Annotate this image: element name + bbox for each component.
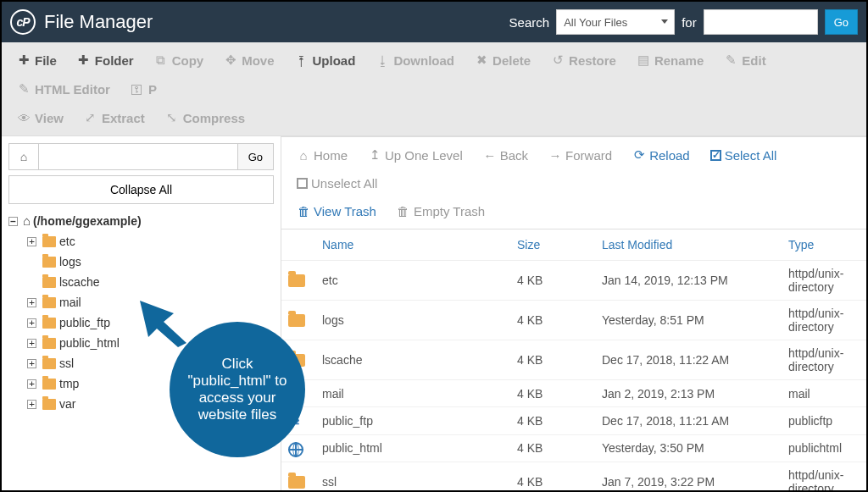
for-label: for	[682, 15, 697, 30]
home-icon: ⌂	[297, 148, 310, 163]
tree-item-label: tmp	[59, 374, 79, 393]
back-button[interactable]: ←Back	[475, 142, 537, 168]
search-scope-select[interactable]: All Your Files	[556, 9, 675, 35]
key-icon: ⚿	[131, 82, 144, 97]
expand-icon[interactable]: +	[27, 339, 36, 348]
tree-item-etc[interactable]: + etc	[27, 231, 274, 252]
table-row[interactable]: etc 4 KB Jan 14, 2019, 12:13 PM httpd/un…	[281, 261, 866, 301]
up-one-level-button[interactable]: ↥Up One Level	[359, 142, 471, 168]
unselect-all-button[interactable]: Unselect All	[288, 171, 386, 196]
column-name[interactable]: Name	[315, 229, 510, 261]
collapse-icon[interactable]: −	[8, 217, 18, 226]
app-title: File Manager	[44, 11, 153, 33]
tree-item-mail[interactable]: + mail	[27, 292, 274, 312]
view-trash-button[interactable]: 🗑View Trash	[288, 199, 385, 224]
column-type[interactable]: Type	[782, 229, 866, 261]
copy-button[interactable]: ⧉Copy	[147, 47, 211, 73]
rename-button[interactable]: ▤Rename	[630, 47, 710, 73]
folder-icon	[288, 476, 305, 489]
tree-item-label: var	[59, 395, 75, 413]
folder-icon	[42, 338, 56, 349]
expand-icon[interactable]: +	[27, 400, 36, 409]
tree-item-ssl[interactable]: + ssl	[27, 353, 274, 373]
expand-icon[interactable]: +	[27, 298, 36, 307]
expand-icon[interactable]: +	[27, 237, 36, 246]
cell-name: etc	[315, 261, 510, 301]
extract-button[interactable]: ⤢Extract	[77, 105, 152, 130]
compress-button[interactable]: ⤡Compress	[159, 105, 252, 130]
panel-home-button[interactable]: ⌂Home	[288, 142, 356, 168]
column-icon[interactable]	[281, 229, 315, 261]
table-row[interactable]: logs 4 KB Yesterday, 8:51 PM httpd/unix-…	[281, 301, 866, 340]
cpanel-logo-icon: cP	[10, 9, 36, 35]
home-icon: ⌂	[20, 150, 27, 163]
expand-icon[interactable]: +	[27, 359, 36, 368]
move-button[interactable]: ✥Move	[217, 47, 281, 73]
cell-type: publichtml	[782, 434, 866, 462]
trash-icon: 🗑	[297, 204, 310, 218]
search-label: Search	[509, 15, 550, 30]
tree-item-public_ftp[interactable]: + public_ftp	[27, 312, 274, 333]
restore-button[interactable]: ↺Restore	[544, 47, 623, 73]
path-input[interactable]	[39, 143, 238, 170]
table-row[interactable]: ssl 4 KB Jan 7, 2019, 3:22 PM httpd/unix…	[281, 462, 866, 492]
html-editor-button[interactable]: ✎HTML Editor	[10, 76, 117, 102]
file-button[interactable]: ✚File	[10, 47, 64, 73]
tree-item-lscache[interactable]: lscache	[27, 272, 274, 292]
plus-icon: ✚	[17, 53, 31, 68]
permissions-button[interactable]: ⚿P	[124, 76, 164, 102]
column-size[interactable]: Size	[510, 229, 595, 261]
search-input[interactable]	[704, 9, 818, 35]
collapse-all-button[interactable]: Collapse All	[8, 175, 274, 204]
download-button[interactable]: ⭳Download	[369, 47, 461, 73]
ftp-icon: ⇄	[288, 415, 305, 428]
check-icon	[710, 150, 721, 161]
forward-button[interactable]: →Forward	[540, 142, 620, 168]
cell-modified: Yesterday, 3:50 PM	[595, 434, 782, 462]
expand-icon[interactable]: +	[27, 379, 36, 389]
delete-button[interactable]: ✖Delete	[468, 47, 537, 73]
tree-item-public_html[interactable]: + public_html	[27, 333, 274, 353]
folder-button[interactable]: ✚Folder	[70, 47, 141, 73]
tree-item-label: etc	[59, 232, 75, 251]
file-panel: ⌂Home ↥Up One Level ←Back →Forward ⟳Relo…	[281, 136, 866, 492]
folder-icon	[288, 274, 305, 287]
edit-icon: ✎	[724, 53, 737, 68]
upload-icon: ⭱	[295, 53, 309, 68]
tree-root-label: (/home/ggexample)	[33, 212, 142, 230]
cell-name: lscache	[315, 340, 510, 380]
copy-icon: ⧉	[154, 53, 168, 68]
path-go-button[interactable]: Go	[238, 143, 274, 170]
tree-item-label: public_html	[59, 334, 120, 352]
edit-button[interactable]: ✎Edit	[717, 47, 772, 73]
folder-icon	[288, 354, 305, 367]
empty-trash-button[interactable]: 🗑Empty Trash	[388, 199, 493, 224]
tree-item-tmp[interactable]: + tmp	[27, 373, 274, 394]
tree-item-var[interactable]: + var	[27, 394, 274, 414]
column-modified[interactable]: Last Modified	[595, 229, 782, 261]
reload-button[interactable]: ⟳Reload	[624, 142, 698, 168]
tree-item-logs[interactable]: logs	[27, 252, 274, 272]
tree-root-node[interactable]: − ⌂ (/home/ggexample)	[8, 211, 274, 231]
folder-icon	[42, 297, 56, 308]
select-all-button[interactable]: Select All	[702, 142, 786, 168]
table-row[interactable]: ⇄ public_ftp 4 KB Dec 17, 2018, 11:21 AM…	[281, 407, 866, 434]
expand-icon[interactable]: +	[27, 318, 36, 328]
table-row[interactable]: public_html 4 KB Yesterday, 3:50 PM publ…	[281, 434, 866, 462]
cell-type: publicftp	[782, 407, 866, 434]
cell-modified: Yesterday, 8:51 PM	[595, 301, 782, 340]
home-button[interactable]: ⌂	[8, 143, 39, 170]
search-go-button[interactable]: Go	[825, 9, 858, 35]
forward-icon: →	[548, 148, 562, 163]
table-row[interactable]: ✉ mail 4 KB Jan 2, 2019, 2:13 PM mail	[281, 380, 866, 407]
cell-name: public_ftp	[315, 407, 510, 434]
trash-icon: 🗑	[397, 204, 410, 218]
tree-item-label: logs	[59, 252, 81, 271]
table-row[interactable]: lscache 4 KB Dec 17, 2018, 11:22 AM http…	[281, 340, 866, 380]
upload-button[interactable]: ⭱Upload	[288, 47, 363, 73]
folder-icon	[42, 399, 56, 410]
up-icon: ↥	[368, 147, 381, 163]
view-button[interactable]: 👁View	[10, 105, 70, 130]
cell-modified: Jan 14, 2019, 12:13 PM	[595, 261, 782, 301]
folder-icon	[42, 358, 56, 369]
